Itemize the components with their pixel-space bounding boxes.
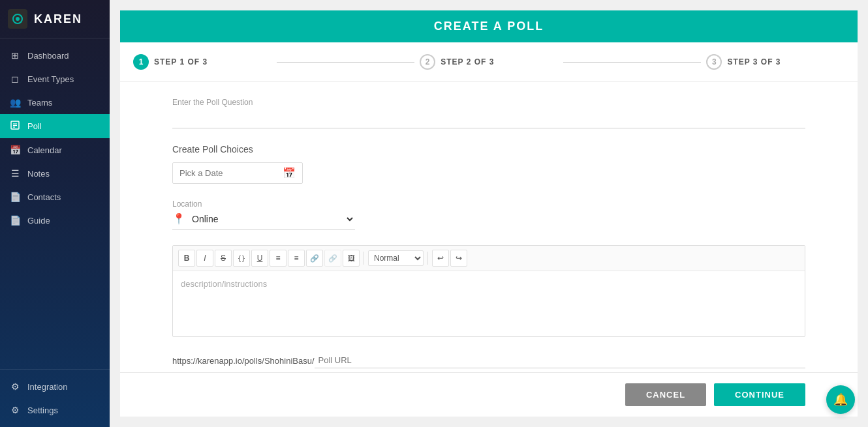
redo-button[interactable]: ↪ <box>450 250 467 267</box>
toolbar-separator <box>364 252 364 265</box>
sidebar-item-label: Guide <box>27 216 50 226</box>
sidebar-nav: ⊞ Dashboard ◻ Event Types 👥 Teams <box>0 38 110 369</box>
sidebar-item-calendar[interactable]: 📅 Calendar <box>0 138 110 162</box>
sidebar-item-label: Calendar <box>27 145 62 155</box>
location-label: Location <box>172 199 805 209</box>
dashboard-icon: ⊞ <box>9 50 21 61</box>
image-button[interactable]: 🖼 <box>343 250 360 267</box>
sidebar-item-label: Contacts <box>27 192 61 202</box>
editor-container: B I S {} U ≡ ≡ 🔗 🔗 🖼 Normal Heading 1 He… <box>172 245 805 337</box>
steps-bar: 1 STEP 1 OF 3 2 STEP 2 OF 3 3 STEP 3 OF … <box>120 42 858 82</box>
italic-button[interactable]: I <box>196 250 213 267</box>
poll-title: CREATE A POLL <box>434 20 544 33</box>
sidebar-item-guide[interactable]: 📄 Guide <box>0 209 110 232</box>
ordered-list-button[interactable]: ≡ <box>288 250 305 267</box>
step-3: 3 STEP 3 OF 3 <box>706 54 845 70</box>
poll-header: CREATE A POLL <box>120 10 858 42</box>
sidebar-item-label: Poll <box>27 121 42 131</box>
date-picker[interactable]: 📅 <box>172 162 303 184</box>
settings-icon: ⚙ <box>9 405 21 415</box>
event-types-icon: ◻ <box>9 74 21 84</box>
contacts-icon: 📄 <box>9 192 21 202</box>
main-content: CREATE A POLL 1 STEP 1 OF 3 2 STEP 2 OF … <box>110 0 868 427</box>
step-2-label: STEP 2 OF 3 <box>441 57 494 66</box>
step-2: 2 STEP 2 OF 3 <box>420 54 558 70</box>
url-base-text: https://karenapp.io/polls/ShohiniBasu/ <box>172 356 315 366</box>
choices-section-title: Create Poll Choices <box>172 144 805 155</box>
format-select[interactable]: Normal Heading 1 Heading 2 Heading 3 <box>368 250 424 266</box>
step-1: 1 STEP 1 OF 3 <box>133 54 271 70</box>
sidebar-item-poll[interactable]: Poll <box>0 114 110 138</box>
step-1-label: STEP 1 OF 3 <box>154 57 208 66</box>
notification-button[interactable]: 🔔 <box>826 385 855 414</box>
editor-toolbar: B I S {} U ≡ ≡ 🔗 🔗 🖼 Normal Heading 1 He… <box>173 246 805 271</box>
sidebar-item-label: Integration <box>27 382 67 392</box>
teams-icon: 👥 <box>9 97 21 108</box>
bullet-list-button[interactable]: ≡ <box>270 250 287 267</box>
question-label: Enter the Poll Question <box>172 98 805 107</box>
logo-icon <box>8 9 27 29</box>
unlink-button[interactable]: 🔗 <box>324 250 341 267</box>
step-line-2 <box>563 62 702 63</box>
question-group: Enter the Poll Question <box>172 98 805 128</box>
strikethrough-button[interactable]: S <box>215 250 232 267</box>
sidebar-item-notes[interactable]: ☰ Notes <box>0 162 110 185</box>
code-block-button[interactable]: {} <box>233 250 250 267</box>
step-2-circle: 2 <box>420 54 435 70</box>
sidebar-item-event-types[interactable]: ◻ Event Types <box>0 67 110 91</box>
url-row: https://karenapp.io/polls/ShohiniBasu/ <box>172 353 805 368</box>
sidebar-item-label: Teams <box>27 98 52 108</box>
cancel-button[interactable]: CANCEL <box>625 383 706 406</box>
location-pin-icon: 📍 <box>172 213 185 225</box>
sidebar-bottom: ⚙ Integration ⚙ Settings <box>0 369 110 427</box>
sidebar: KAREN ⊞ Dashboard ◻ Event Types 👥 Teams <box>0 0 110 427</box>
step-line-1 <box>277 62 415 63</box>
question-input[interactable] <box>172 110 805 128</box>
location-select-wrap: 📍 Online In Person Phone <box>172 213 355 229</box>
calendar-icon: 📅 <box>9 145 21 155</box>
step-1-circle: 1 <box>133 54 149 70</box>
sidebar-item-label: Dashboard <box>27 51 69 61</box>
form-body: Enter the Poll Question Create Poll Choi… <box>120 82 858 372</box>
sidebar-item-integration[interactable]: ⚙ Integration <box>0 375 110 398</box>
sidebar-item-dashboard[interactable]: ⊞ Dashboard <box>0 44 110 67</box>
sidebar-item-label: Settings <box>27 405 58 415</box>
sidebar-item-settings[interactable]: ⚙ Settings <box>0 398 110 422</box>
bold-button[interactable]: B <box>178 250 195 267</box>
poll-icon <box>9 121 21 132</box>
form-footer: CANCEL CONTINUE <box>120 372 858 417</box>
poll-container: CREATE A POLL 1 STEP 1 OF 3 2 STEP 2 OF … <box>120 10 858 417</box>
toolbar-separator-2 <box>427 252 428 265</box>
underline-button[interactable]: U <box>251 250 268 267</box>
guide-icon: 📄 <box>9 215 21 226</box>
editor-body[interactable]: description/instructions <box>173 271 805 336</box>
sidebar-item-label: Notes <box>27 169 50 179</box>
sidebar-item-contacts[interactable]: 📄 Contacts <box>0 185 110 209</box>
editor-placeholder: description/instructions <box>181 279 267 289</box>
svg-point-1 <box>16 17 20 21</box>
step-3-label: STEP 3 OF 3 <box>727 57 781 66</box>
continue-button[interactable]: CONTINUE <box>714 383 805 406</box>
choices-group: Create Poll Choices 📅 <box>172 144 805 184</box>
calendar-icon: 📅 <box>283 167 296 179</box>
integration-icon: ⚙ <box>9 381 21 392</box>
sidebar-item-label: Event Types <box>27 74 74 84</box>
app-name: KAREN <box>34 12 82 26</box>
sidebar-item-teams[interactable]: 👥 Teams <box>0 91 110 114</box>
link-button[interactable]: 🔗 <box>306 250 323 267</box>
location-select[interactable]: Online In Person Phone <box>189 213 355 225</box>
undo-button[interactable]: ↩ <box>432 250 449 267</box>
step-3-circle: 3 <box>706 54 722 70</box>
date-input[interactable] <box>179 168 277 178</box>
app-logo: KAREN <box>0 0 110 38</box>
notes-icon: ☰ <box>9 168 21 179</box>
url-input[interactable] <box>315 353 805 368</box>
location-group: Location 📍 Online In Person Phone <box>172 199 805 229</box>
